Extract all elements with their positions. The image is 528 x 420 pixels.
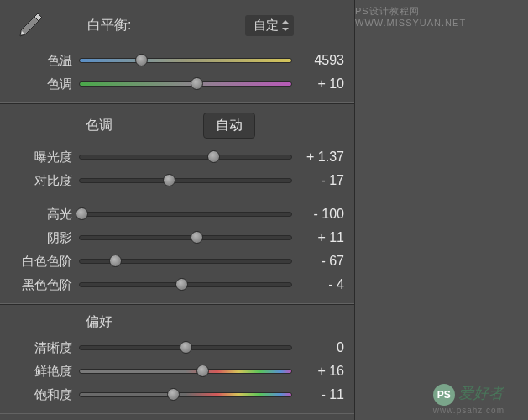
contrast-track: [79, 178, 292, 183]
whites-row: 白色色阶 - 67: [7, 249, 344, 273]
saturation-label: 饱和度: [7, 387, 72, 403]
clarity-label: 清晰度: [7, 340, 72, 356]
exposure-thumb[interactable]: [207, 150, 220, 163]
contrast-thumb[interactable]: [163, 174, 175, 186]
highlights-slider[interactable]: [79, 210, 292, 218]
shadows-value[interactable]: + 11: [299, 230, 344, 245]
tint-track: [79, 81, 292, 87]
vibrance-slider[interactable]: [79, 367, 292, 375]
watermark-url: www.psahz.com: [433, 406, 504, 415]
white-balance-section: 白平衡: 自定 色温 4593 色调 + 10: [0, 0, 354, 103]
exposure-value[interactable]: + 1.37: [299, 150, 344, 165]
temp-thumb[interactable]: [135, 54, 148, 66]
exposure-label: 曝光度: [7, 150, 72, 165]
temp-track: [79, 58, 292, 63]
wb-title: 白平衡:: [87, 17, 131, 34]
vibrance-label: 鲜艳度: [7, 364, 72, 380]
shadows-label: 阴影: [7, 230, 72, 246]
temp-value[interactable]: 4593: [299, 53, 344, 68]
tint-thumb[interactable]: [191, 77, 203, 90]
blacks-label: 黑色色阶: [7, 277, 72, 293]
clarity-row: 清晰度 0: [7, 336, 344, 360]
vibrance-row: 鲜艳度 + 16: [7, 360, 344, 383]
watermark-zh: 爱好者: [458, 385, 504, 402]
highlights-track: [79, 212, 292, 217]
tint-row: 色调 + 10: [7, 72, 344, 96]
blacks-thumb[interactable]: [175, 278, 188, 291]
whites-thumb[interactable]: [109, 255, 122, 267]
clarity-value[interactable]: 0: [299, 340, 344, 355]
auto-button[interactable]: 自动: [203, 113, 255, 139]
clarity-thumb[interactable]: [180, 341, 192, 354]
tint-value[interactable]: + 10: [299, 76, 344, 92]
logo-icon: PS: [433, 384, 455, 406]
eyedropper-tool[interactable]: [15, 10, 45, 40]
whites-label: 白色色阶: [7, 254, 72, 270]
vibrance-track: [79, 369, 292, 374]
contrast-value[interactable]: - 17: [299, 173, 344, 188]
exposure-track: [79, 155, 292, 160]
saturation-slider[interactable]: [79, 391, 292, 399]
spacer: [7, 192, 344, 202]
temp-row: 色温 4593: [7, 49, 344, 72]
tint-label: 色调: [7, 76, 72, 92]
temp-label: 色温: [7, 53, 72, 69]
tone-header: 色调 自动: [7, 111, 344, 145]
exposure-slider[interactable]: [79, 153, 292, 161]
shadows-thumb[interactable]: [191, 231, 203, 244]
exposure-row: 曝光度 + 1.37: [7, 145, 344, 169]
main-wrapper: 白平衡: 自定 色温 4593 色调 + 10: [0, 0, 528, 420]
vibrance-thumb[interactable]: [196, 365, 209, 377]
wb-header: 白平衡: 自定: [7, 7, 344, 49]
contrast-slider[interactable]: [79, 176, 292, 185]
tone-title: 色调: [86, 117, 112, 134]
shadows-track: [79, 235, 292, 240]
highlights-thumb[interactable]: [76, 207, 88, 220]
shadows-slider[interactable]: [79, 234, 292, 242]
saturation-thumb[interactable]: [167, 388, 180, 401]
whites-slider[interactable]: [79, 257, 292, 265]
contrast-row: 对比度 - 17: [7, 169, 344, 192]
top-watermark: PS设计教程网 WWW.MISSYUAN.NET: [355, 5, 518, 28]
presence-section: 偏好 清晰度 0 鲜艳度 + 16 饱和度: [0, 304, 354, 414]
highlights-row: 高光 - 100: [7, 202, 344, 226]
clarity-slider[interactable]: [79, 344, 292, 352]
whites-value[interactable]: - 67: [299, 254, 344, 269]
contrast-label: 对比度: [7, 173, 72, 189]
right-margin: PS设计教程网 WWW.MISSYUAN.NET: [355, 0, 528, 420]
tint-slider[interactable]: [79, 80, 292, 88]
blacks-value[interactable]: - 4: [299, 277, 344, 292]
wb-mode-dropdown[interactable]: 自定: [245, 15, 294, 36]
blacks-slider[interactable]: [79, 281, 292, 289]
bottom-watermark: PS爱好者 www.psahz.com: [433, 383, 504, 415]
develop-panel: 白平衡: 自定 色温 4593 色调 + 10: [0, 0, 355, 420]
tone-section: 色调 自动 曝光度 + 1.37 对比度 - 17: [0, 103, 354, 304]
saturation-value[interactable]: - 11: [299, 387, 344, 402]
blacks-row: 黑色色阶 - 4: [7, 273, 344, 297]
vibrance-value[interactable]: + 16: [299, 364, 344, 379]
shadows-row: 阴影 + 11: [7, 226, 344, 249]
eyedropper-icon: [15, 10, 45, 40]
highlights-label: 高光: [7, 207, 72, 223]
highlights-value[interactable]: - 100: [299, 207, 344, 222]
presence-title: 偏好: [7, 312, 344, 336]
saturation-track: [79, 392, 292, 397]
saturation-row: 饱和度 - 11: [7, 383, 344, 407]
temp-slider[interactable]: [79, 56, 292, 65]
